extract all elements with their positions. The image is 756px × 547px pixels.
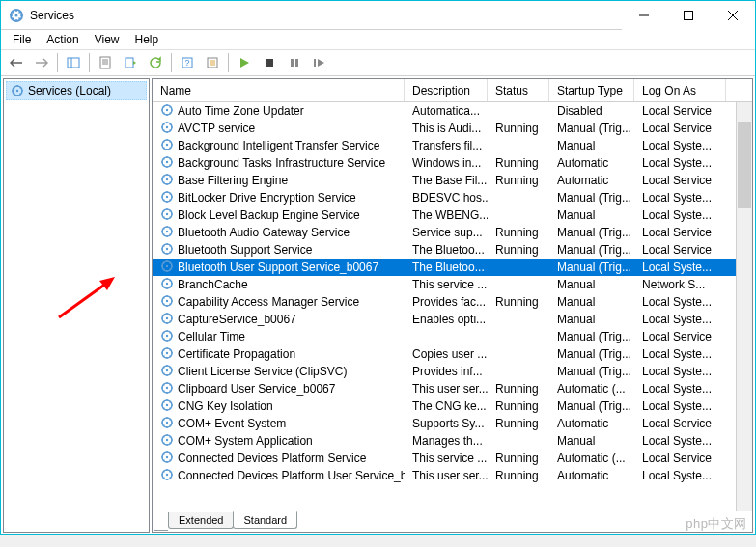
- service-row[interactable]: BranchCacheThis service ...ManualNetwork…: [153, 276, 752, 293]
- column-log-on-as[interactable]: Log On As: [634, 79, 726, 101]
- gear-icon: [160, 346, 174, 363]
- service-row[interactable]: BitLocker Drive Encryption ServiceBDESVC…: [153, 189, 752, 206]
- help-button[interactable]: ?: [176, 51, 199, 74]
- maximize-button[interactable]: [666, 1, 711, 30]
- service-row[interactable]: Base Filtering EngineThe Base Fil...Runn…: [153, 172, 752, 189]
- service-row[interactable]: Bluetooth Audio Gateway ServiceService s…: [153, 224, 752, 241]
- tree-root-services-local[interactable]: Services (Local): [6, 81, 147, 100]
- cell-status: Running: [488, 155, 549, 171]
- cell-logon: Local Syste...: [634, 346, 726, 362]
- gear-icon: [160, 242, 174, 259]
- restart-service-button[interactable]: [308, 51, 331, 74]
- gear-icon: [160, 433, 174, 450]
- column-startup-type[interactable]: Startup Type: [549, 79, 634, 101]
- cell-status: Running: [488, 242, 549, 258]
- cell-startup: Manual (Trig...: [549, 329, 634, 344]
- tab-strip: Extended Standard: [153, 511, 752, 532]
- cell-startup: Manual: [549, 207, 634, 223]
- service-row[interactable]: Cellular TimeManual (Trig...Local Servic…: [153, 328, 752, 345]
- app-icon: [9, 8, 24, 23]
- cell-startup: Manual (Trig...: [549, 242, 634, 258]
- service-row[interactable]: Background Tasks Infrastructure ServiceW…: [153, 154, 752, 172]
- separator: [228, 53, 229, 72]
- cell-logon: Local Syste...: [634, 398, 726, 414]
- cell-name: Cellular Time: [153, 328, 405, 346]
- titlebar[interactable]: Services: [1, 1, 755, 30]
- services-window: Services File Action View Help ? Service: [0, 0, 756, 535]
- properties-button[interactable]: [94, 51, 117, 74]
- svg-point-48: [166, 299, 168, 301]
- column-name[interactable]: Name: [153, 79, 405, 101]
- svg-point-40: [166, 230, 168, 232]
- gear-icon: [160, 260, 174, 276]
- menu-help[interactable]: Help: [127, 31, 167, 48]
- gear-icon: [11, 84, 24, 97]
- scrollbar-thumb[interactable]: [738, 122, 751, 208]
- service-row[interactable]: Connected Devices Platform ServiceThis s…: [153, 450, 752, 467]
- cell-logon: Local Syste...: [634, 207, 726, 223]
- service-row[interactable]: COM+ Event SystemSupports Sy...RunningAu…: [153, 415, 752, 432]
- service-row[interactable]: Background Intelligent Transfer ServiceT…: [153, 137, 752, 154]
- close-button[interactable]: [711, 1, 755, 30]
- cell-logon: Local Syste...: [634, 294, 726, 310]
- svg-point-56: [166, 369, 168, 370]
- toolbar: ?: [1, 49, 755, 76]
- separator: [171, 53, 172, 72]
- gear-icon: [160, 121, 174, 137]
- service-row[interactable]: Certificate PropagationCopies user ...Ma…: [153, 345, 752, 363]
- service-row[interactable]: CaptureService_b0067Enables opti...Manua…: [153, 311, 752, 328]
- cell-logon: Local Syste...: [634, 155, 726, 171]
- service-row[interactable]: Connected Devices Platform User Service_…: [153, 467, 752, 484]
- tab-standard[interactable]: Standard: [233, 511, 297, 529]
- stop-service-button[interactable]: [258, 51, 281, 74]
- cell-startup: Manual: [549, 433, 634, 449]
- start-service-button[interactable]: [233, 51, 256, 74]
- service-row[interactable]: Capability Access Manager ServiceProvide…: [153, 293, 752, 311]
- service-row[interactable]: Bluetooth User Support Service_b0067The …: [153, 259, 752, 276]
- column-description[interactable]: Description: [405, 79, 488, 101]
- minimize-button[interactable]: [622, 1, 666, 30]
- action-button[interactable]: [201, 51, 224, 74]
- gear-icon: [160, 381, 174, 397]
- cell-status: [488, 145, 549, 147]
- cell-status: [488, 353, 549, 355]
- cell-status: Running: [488, 416, 549, 431]
- cell-status: [488, 336, 549, 338]
- svg-point-42: [166, 247, 168, 249]
- watermark: php中文网: [686, 515, 747, 533]
- grid-body[interactable]: Auto Time Zone UpdaterAutomatica...Disab…: [153, 102, 752, 511]
- cell-description: This service ...: [405, 451, 488, 466]
- service-row[interactable]: CNG Key IsolationThe CNG ke...RunningMan…: [153, 397, 752, 415]
- menu-file[interactable]: File: [5, 31, 39, 48]
- service-row[interactable]: COM+ System ApplicationManages th...Manu…: [153, 432, 752, 450]
- service-row[interactable]: Auto Time Zone UpdaterAutomatica...Disab…: [153, 102, 752, 120]
- tab-extended[interactable]: Extended: [168, 512, 234, 529]
- service-row[interactable]: Clipboard User Service_b0067This user se…: [153, 380, 752, 397]
- cell-logon: Local Syste...: [634, 433, 726, 449]
- column-status[interactable]: Status: [488, 79, 549, 101]
- cell-logon: Local Service: [634, 242, 726, 258]
- pause-service-button[interactable]: [283, 51, 306, 74]
- back-button[interactable]: [5, 51, 28, 74]
- gear-icon: [160, 468, 174, 484]
- show-hide-tree-button[interactable]: [62, 51, 85, 74]
- svg-rect-21: [295, 59, 298, 67]
- service-row[interactable]: AVCTP serviceThis is Audi...RunningManua…: [153, 120, 752, 137]
- forward-button[interactable]: [30, 51, 53, 74]
- menu-view[interactable]: View: [87, 31, 127, 48]
- content-area: Services (Local) Name Description Status…: [1, 76, 755, 534]
- cell-name: BitLocker Drive Encryption Service: [153, 189, 405, 207]
- export-button[interactable]: [119, 51, 142, 74]
- gear-icon: [160, 416, 174, 432]
- service-row[interactable]: Bluetooth Support ServiceThe Bluetoo...R…: [153, 241, 752, 259]
- cell-description: Automatica...: [405, 103, 488, 119]
- menu-action[interactable]: Action: [39, 31, 86, 48]
- scrollbar[interactable]: [736, 102, 752, 511]
- service-row[interactable]: Client License Service (ClipSVC)Provides…: [153, 363, 752, 380]
- refresh-button[interactable]: [144, 51, 167, 74]
- cell-status: Running: [488, 451, 549, 466]
- cell-startup: Automatic: [549, 468, 634, 483]
- gear-icon: [160, 294, 174, 311]
- service-row[interactable]: Block Level Backup Engine ServiceThe WBE…: [153, 206, 752, 224]
- tree-pane[interactable]: Services (Local): [3, 78, 150, 533]
